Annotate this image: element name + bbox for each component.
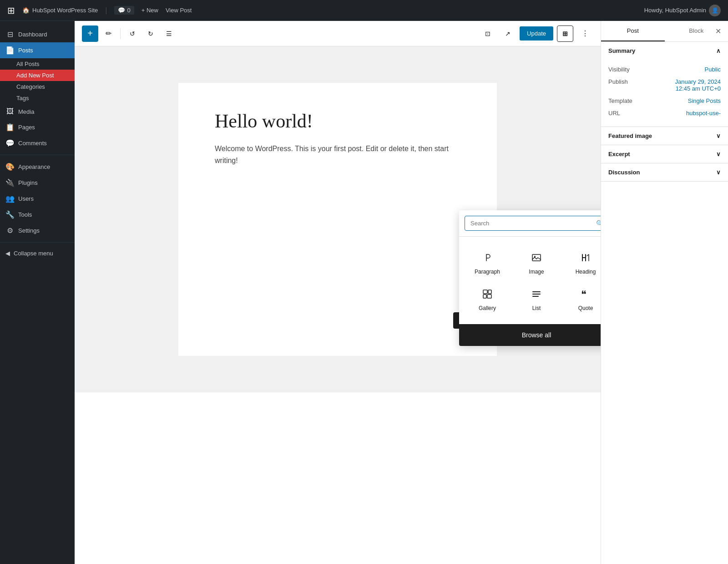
sidebar-item-pages[interactable]: 📋 Pages	[0, 119, 75, 135]
svg-text:❝: ❝	[581, 289, 586, 300]
summary-collapse-icon: ∧	[716, 47, 721, 54]
heading-label: Heading	[576, 269, 596, 275]
view-post-button[interactable]: ↗	[500, 25, 516, 42]
sidebar-divider-2	[0, 242, 75, 243]
block-search-input[interactable]	[465, 216, 601, 231]
featured-image-section: Featured image ∨	[601, 127, 728, 145]
list-icon	[528, 286, 545, 302]
document-overview-button[interactable]: ☰	[161, 25, 177, 42]
sidebar-item-tags[interactable]: Tags	[0, 92, 75, 104]
visibility-value[interactable]: Public	[705, 66, 721, 73]
view-post-link[interactable]: View Post	[166, 7, 192, 14]
block-search-area: 🔍	[459, 210, 601, 237]
block-item-paragraph[interactable]: Paragraph	[463, 244, 512, 280]
comments-icon: 💬	[5, 139, 15, 147]
discussion-header[interactable]: Discussion ∨	[601, 163, 728, 181]
tab-post[interactable]: Post	[601, 21, 665, 41]
users-icon: 👥	[5, 194, 15, 203]
visibility-row: Visibility Public	[608, 63, 721, 76]
sidebar-item-add-new-post[interactable]: Add New Post	[0, 70, 75, 81]
svg-rect-2	[483, 290, 487, 294]
gallery-label: Gallery	[479, 305, 496, 311]
redo-button[interactable]: ↻	[142, 25, 159, 42]
block-item-list[interactable]: List	[512, 280, 561, 317]
site-name-link[interactable]: 🏠 HubSpot WordPress Site	[22, 7, 98, 14]
template-value[interactable]: Single Posts	[688, 97, 721, 104]
post-panel-tabs: Post Block ✕	[601, 21, 728, 42]
excerpt-header[interactable]: Excerpt ∨	[601, 145, 728, 163]
gallery-icon	[479, 286, 495, 302]
undo-button[interactable]: ↺	[124, 25, 141, 42]
block-item-image[interactable]: Image	[512, 244, 561, 280]
posts-submenu: All Posts Add New Post Categories Tags	[0, 58, 75, 104]
sidebar-divider	[0, 155, 75, 155]
image-label: Image	[529, 269, 544, 275]
post-panel-content: Summary ∧ Visibility Public Publish Janu…	[601, 42, 728, 564]
posts-icon: 📄	[5, 46, 15, 55]
svg-rect-3	[488, 290, 491, 294]
plugins-icon: 🔌	[5, 178, 15, 187]
collapse-menu-button[interactable]: ◀ Collapse menu	[0, 246, 75, 260]
howdy-text: Howdy, HubSpot Admin	[644, 7, 706, 14]
preview-button[interactable]: ⊡	[480, 25, 496, 42]
publish-row: Publish January 29, 2024 12:45 am UTC+0	[608, 76, 721, 95]
tools-icon: 🔧	[5, 210, 15, 219]
featured-image-header[interactable]: Featured image ∨	[601, 127, 728, 145]
home-icon: 🏠	[22, 7, 30, 14]
excerpt-section: Excerpt ∨	[601, 145, 728, 163]
add-block-button[interactable]: +	[82, 25, 98, 42]
close-panel-button[interactable]: ✕	[712, 25, 724, 38]
settings-toggle-button[interactable]: ⊞	[557, 25, 573, 42]
svg-rect-5	[487, 295, 491, 298]
tools-button[interactable]: ✏	[100, 25, 116, 42]
sidebar-item-dashboard[interactable]: ⊟ Dashboard	[0, 26, 75, 42]
sidebar-item-posts[interactable]: 📄 Posts	[0, 42, 75, 58]
media-icon: 🖼	[5, 107, 15, 116]
paragraph-icon	[479, 249, 495, 266]
post-panel: Post Block ✕ Summary ∧ Visibility Public…	[601, 21, 728, 564]
summary-section: Summary ∧ Visibility Public Publish Janu…	[601, 42, 728, 127]
sidebar-item-plugins[interactable]: 🔌 Plugins	[0, 175, 75, 191]
block-item-gallery[interactable]: Gallery	[463, 280, 512, 317]
more-options-button[interactable]: ⋮	[577, 25, 593, 42]
comments-link[interactable]: 💬 0	[114, 6, 134, 15]
admin-bar: ⊞ 🏠 HubSpot WordPress Site | 💬 0 + New V…	[0, 0, 728, 21]
sidebar-item-categories[interactable]: Categories	[0, 81, 75, 92]
new-link[interactable]: + New	[142, 7, 158, 14]
sidebar-item-settings[interactable]: ⚙ Settings	[0, 223, 75, 239]
browse-all-button[interactable]: Browse all	[459, 324, 601, 346]
sidebar-item-all-posts[interactable]: All Posts	[0, 58, 75, 70]
quote-label: Quote	[578, 305, 593, 311]
svg-rect-4	[483, 295, 486, 298]
sidebar-item-tools[interactable]: 🔧 Tools	[0, 207, 75, 223]
admin-avatar[interactable]: 👤	[709, 5, 721, 16]
svg-rect-0	[532, 254, 541, 261]
summary-header[interactable]: Summary ∧	[601, 42, 728, 60]
publish-value[interactable]: January 29, 2024 12:45 am UTC+0	[675, 78, 721, 92]
admin-bar-right: Howdy, HubSpot Admin 👤	[644, 5, 721, 16]
toolbar-separator-1	[120, 28, 121, 39]
dashboard-icon: ⊟	[5, 30, 15, 39]
url-value[interactable]: hubspot-use-	[686, 110, 721, 117]
settings-icon: ⚙	[5, 226, 15, 235]
discussion-section: Discussion ∨	[601, 163, 728, 182]
discussion-collapse-icon: ∨	[716, 169, 721, 176]
post-title[interactable]: Hello world!	[215, 110, 460, 132]
appearance-icon: 🎨	[5, 163, 15, 171]
sidebar: ⊟ Dashboard 📄 Posts All Posts Add New Po…	[0, 21, 75, 564]
block-item-quote[interactable]: ❝ Quote	[561, 280, 601, 317]
search-field-wrap: 🔍	[465, 216, 601, 231]
quote-icon: ❝	[577, 286, 594, 302]
wp-logo-icon: ⊞	[7, 5, 15, 16]
toolbar-right: ⊡ ↗ Update ⊞ ⋮	[480, 25, 593, 42]
sidebar-item-media[interactable]: 🖼 Media	[0, 104, 75, 119]
summary-body: Visibility Public Publish January 29, 20…	[601, 60, 728, 127]
sidebar-item-users[interactable]: 👥 Users	[0, 191, 75, 207]
update-button[interactable]: Update	[520, 26, 553, 41]
block-item-heading[interactable]: Heading	[561, 244, 601, 280]
editor-document: Hello world! Welcome to WordPress. This …	[178, 83, 497, 356]
sidebar-item-comments[interactable]: 💬 Comments	[0, 135, 75, 151]
post-body[interactable]: Welcome to WordPress. This is your first…	[215, 143, 460, 166]
sidebar-item-appearance[interactable]: 🎨 Appearance	[0, 159, 75, 175]
collapse-icon: ◀	[5, 250, 10, 257]
